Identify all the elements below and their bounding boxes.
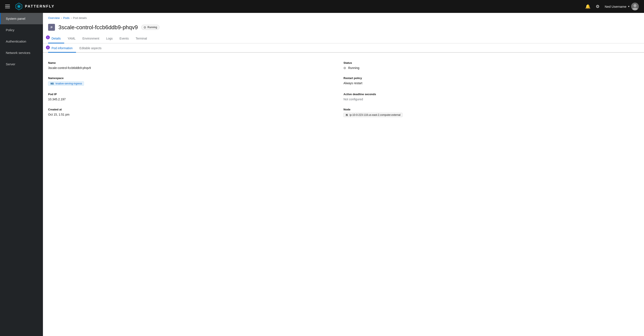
sidebar: System panel Policy Authentication Netwo…	[0, 13, 43, 336]
sidebar-item-authentication[interactable]: Authentication	[0, 36, 43, 47]
pod-info-created-at: Created at Oct 15, 1:51 pm	[48, 104, 344, 121]
status-badge-text: Running	[148, 26, 157, 29]
pod-info-name: Name 3scale-control-fccb6ddb9-phqv9	[48, 58, 344, 73]
breadcrumb-sep-2: ›	[71, 17, 72, 20]
sidebar-item-server[interactable]: Server	[0, 59, 43, 70]
pod-info-status-label: Status	[344, 61, 634, 65]
breadcrumb-pods[interactable]: Pods	[63, 16, 70, 20]
app-logo: PATTERNFLY	[15, 3, 54, 10]
svg-point-4	[632, 8, 638, 10]
namespace-badge: NS knative-serving-ingress	[48, 81, 84, 86]
pod-info-created-at-label: Created at	[48, 108, 338, 111]
username-label: Ned Username	[605, 5, 626, 8]
tab-logs[interactable]: Logs	[102, 34, 116, 43]
pod-info-node-label: Node	[344, 108, 634, 111]
pod-info-section: Name 3scale-control-fccb6ddb9-phqv9 Stat…	[43, 53, 644, 126]
namespace-link[interactable]: knative-serving-ingress	[56, 82, 82, 85]
tab-environment[interactable]: Environment	[79, 34, 103, 43]
status-badge: ⊙ Running	[141, 25, 160, 30]
user-dropdown-icon: ▾	[628, 5, 630, 8]
pod-info-ip-value: 10.345.2.197	[48, 98, 338, 101]
avatar	[631, 3, 639, 10]
pod-info-namespace-value: NS knative-serving-ingress	[48, 81, 338, 86]
hamburger-menu[interactable]	[5, 5, 10, 8]
pod-info-name-label: Name	[48, 61, 338, 65]
breadcrumb: Overview › Pods › Pod details	[43, 13, 644, 22]
tab-badge-2: 2	[46, 46, 50, 50]
sidebar-item-system-panel[interactable]: System panel	[0, 13, 43, 24]
pod-info-status: Status ⊙ Running	[344, 58, 639, 73]
notifications-bell[interactable]: 🔔	[585, 4, 590, 9]
pod-name: 3scale-control-fccb6ddb9-phqv9	[58, 24, 138, 31]
breadcrumb-current: Pod details	[73, 16, 87, 20]
body-layout: System panel Policy Authentication Netwo…	[0, 13, 644, 336]
tab-badge-1: 1	[46, 36, 50, 39]
pod-info-deadline: Active deadline seconds Not configured	[344, 89, 639, 104]
primary-tabs: 1 Details YAML Environment Logs Events T…	[43, 34, 644, 43]
node-name-text: ip-10-0-223-118.us-east-2.computer.exter…	[350, 113, 400, 116]
main-content: Overview › Pods › Pod details P 3scale-c…	[43, 13, 644, 336]
sidebar-item-network-services[interactable]: Network services	[0, 47, 43, 59]
logo-text: PATTERNFLY	[25, 4, 54, 9]
pod-info-ip: Pod IP 10.345.2.197	[48, 89, 344, 104]
logo-icon	[15, 3, 23, 10]
svg-point-3	[634, 4, 636, 7]
breadcrumb-overview[interactable]: Overview	[48, 16, 60, 20]
tab-details[interactable]: Details	[48, 34, 64, 43]
pod-info-namespace-label: Namespace	[48, 77, 338, 80]
node-n-label: N	[346, 114, 348, 116]
pod-info-restart-label: Restart policy	[344, 77, 634, 80]
ns-label: NS	[50, 83, 54, 85]
pod-info-node-value: N ip-10-0-223-118.us-east-2.computer.ext…	[344, 113, 634, 117]
tab-terminal[interactable]: Terminal	[132, 34, 150, 43]
user-menu[interactable]: Ned Username ▾	[605, 3, 639, 10]
secondary-tabs: 2 Pod information Editable aspects	[43, 44, 644, 53]
tab-events[interactable]: Events	[116, 34, 132, 43]
pod-info-restart-value: Always restart	[344, 81, 634, 85]
pod-info-created-at-value: Oct 15, 1:51 pm	[48, 113, 338, 116]
pod-info-status-value: ⊙ Running	[344, 66, 634, 70]
pod-info-name-value: 3scale-control-fccb6ddb9-phqv9	[48, 66, 338, 70]
pod-info-deadline-label: Active deadline seconds	[344, 93, 634, 96]
breadcrumb-sep-1: ›	[61, 17, 62, 20]
pod-status-text: Running	[348, 66, 359, 70]
page-header: P 3scale-control-fccb6ddb9-phqv9 ⊙ Runni…	[43, 22, 644, 34]
tab-editable-aspects[interactable]: Editable aspects	[76, 44, 105, 53]
tab-pod-information[interactable]: Pod information	[48, 44, 76, 53]
tab-yaml[interactable]: YAML	[64, 34, 79, 43]
pod-info-node: Node N ip-10-0-223-118.us-east-2.compute…	[344, 104, 639, 121]
settings-gear[interactable]: ⚙	[596, 4, 600, 9]
pod-info-deadline-value: Not configured	[344, 98, 634, 101]
node-badge: N ip-10-0-223-118.us-east-2.computer.ext…	[344, 113, 402, 117]
pod-type-icon: P	[48, 24, 55, 31]
running-icon: ⊙	[144, 26, 146, 29]
pod-info-ip-label: Pod IP	[48, 93, 338, 96]
pod-info-restart-policy: Restart policy Always restart	[344, 73, 639, 89]
pod-status-icon: ⊙	[344, 66, 346, 70]
pod-info-namespace: Namespace NS knative-serving-ingress	[48, 73, 344, 89]
sidebar-item-policy[interactable]: Policy	[0, 24, 43, 36]
top-navbar: PATTERNFLY 🔔 ⚙ Ned Username ▾	[0, 0, 644, 13]
